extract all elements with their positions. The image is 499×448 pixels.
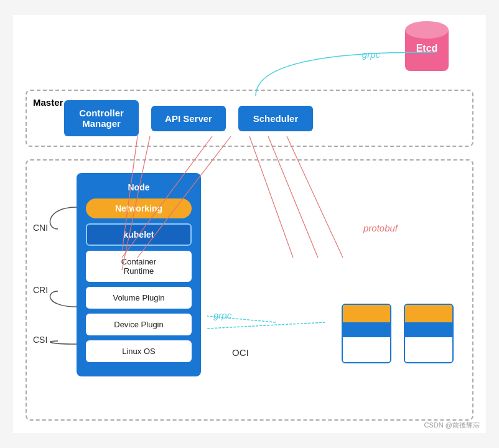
etcd-top: [405, 21, 449, 39]
volume-plugin-box: Volume Plugin: [86, 287, 192, 309]
node-box: CNI CRI CSI Node Networking kubelet Cont…: [26, 159, 473, 421]
svg-line-1: [207, 322, 325, 329]
mini-container-2: [404, 304, 454, 363]
master-box: Master ControllerManager API Server Sche…: [26, 90, 473, 147]
container-runtime-box: ContainerRuntime: [86, 251, 192, 282]
linux-os-box: Linux OS: [86, 340, 192, 362]
cni-label: CNI: [33, 223, 48, 233]
etcd-component: Etcd: [405, 21, 449, 71]
grpc-bottom-label: grpc: [213, 310, 231, 320]
mini-containers: [342, 304, 454, 363]
mini-container-1-top: [343, 305, 390, 322]
controller-manager-box: ControllerManager: [64, 100, 139, 136]
master-components: ControllerManager API Server Scheduler: [64, 100, 463, 136]
cri-label: CRI: [33, 285, 48, 295]
node-panel: Node Networking kubelet ContainerRuntime…: [77, 173, 201, 376]
mini-container-2-mid: [405, 322, 452, 337]
etcd-icon: Etcd: [405, 21, 449, 71]
api-server-box: API Server: [151, 106, 226, 131]
master-label: Master: [33, 97, 63, 108]
device-plugin-box: Device Plugin: [86, 314, 192, 335]
scheduler-box: Scheduler: [238, 106, 313, 131]
mini-container-1: [342, 304, 391, 363]
mini-container-1-mid: [343, 322, 390, 337]
mini-container-2-top: [405, 305, 452, 322]
node-panel-title: Node: [86, 182, 192, 192]
watermark: CSDN @前後輝淙: [424, 421, 480, 430]
node-networking: Networking: [86, 198, 192, 218]
etcd-label: Etcd: [416, 43, 438, 54]
mini-container-2-bot: [405, 337, 452, 362]
node-kubelet: kubelet: [86, 223, 192, 246]
csi-label: CSI: [33, 335, 47, 345]
protobuf-label: protobuf: [363, 223, 398, 233]
mini-container-1-bot: [343, 337, 390, 362]
grpc-top-label: grpc: [362, 49, 380, 60]
oci-label: OCI: [232, 347, 249, 358]
